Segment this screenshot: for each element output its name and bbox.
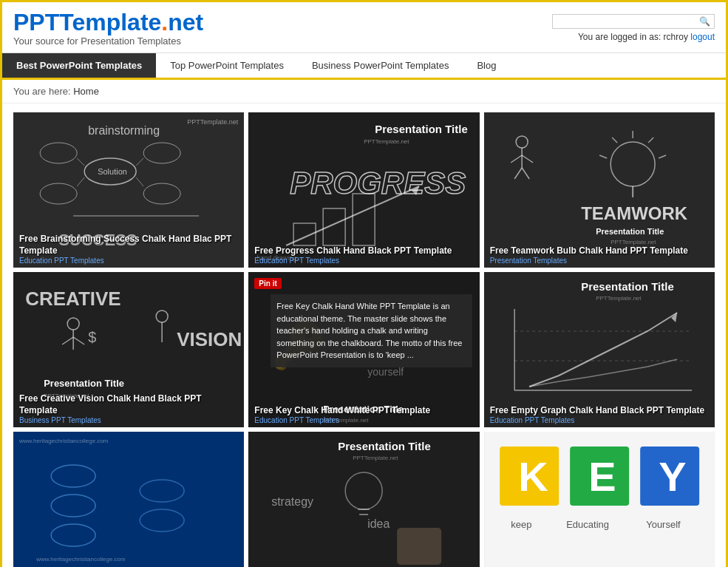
pinterest-tooltip: Free Key Chalk Hand White PPT Template i… <box>271 294 472 367</box>
svg-text:K: K <box>518 453 548 500</box>
card-6-title: Free Empty Graph Chalk Hand Black PPT Te… <box>490 405 709 417</box>
search-box[interactable]: 🔍 <box>552 14 715 29</box>
card-4-category: Business PPT Templates <box>19 416 238 424</box>
breadcrumb-home: Home <box>73 86 99 97</box>
card-4[interactable]: CREATIVE $ VISION Presentation Title PPT… <box>13 272 244 427</box>
svg-text:$: $ <box>88 329 96 345</box>
svg-text:Y: Y <box>659 453 686 500</box>
svg-text:PPTTemplate.net: PPTTemplate.net <box>596 295 642 302</box>
card-5-title: Free Key Chalk Hand White PPT Template <box>254 405 473 417</box>
card-3-title: Free Teamwork Bulb Chalk Hand PPT Templa… <box>490 245 709 257</box>
card-7-watermark: www.heritagechristiancollege.com <box>19 438 238 557</box>
header-right: 🔍 You are logged in as: rchroy logout <box>552 14 715 42</box>
card-4-overlay: Free Creative Vision Chalk Hand Black PP… <box>13 389 244 427</box>
card-6-category: Education PPT Templates <box>490 416 709 424</box>
card-2-title: Free Progress Chalk Hand Black PPT Templ… <box>254 245 473 257</box>
svg-text:PROGRESS: PROGRESS <box>290 166 466 200</box>
svg-text:PPTTemplate.net: PPTTemplate.net <box>353 455 398 461</box>
svg-text:strategy: strategy <box>271 495 313 508</box>
card-1-watermark: PPTTemplate.net <box>187 118 238 126</box>
nav-business[interactable]: Business PowerPoint Templates <box>298 53 463 78</box>
svg-text:CREATIVE: CREATIVE <box>25 288 121 310</box>
card-6-overlay: Free Empty Graph Chalk Hand Black PPT Te… <box>484 401 715 428</box>
logo-net: net <box>168 9 203 35</box>
card-1-title: Free Brainstorming Success Chalk Hand Bl… <box>19 234 238 257</box>
svg-text:brainstorming: brainstorming <box>88 124 160 137</box>
card-3[interactable]: TEAMWORK Presentation Title PPTTemplate.… <box>484 112 715 268</box>
svg-text:Educating: Educating <box>566 519 609 530</box>
card-2-category: Education PPT Templates <box>254 257 473 265</box>
nav-best[interactable]: Best PowerPoint Templates <box>2 53 156 78</box>
card-1[interactable]: brainstorming Solution SUCCESS PPTTempla… <box>13 112 244 268</box>
card-7[interactable]: www.heritagechristiancollege.com www.her… <box>13 432 244 567</box>
logo[interactable]: PPTTemplate.net <box>13 10 203 35</box>
card-1-category: Education PPT Templates <box>19 257 238 265</box>
logo-subtitle: Your source for Presentation Templates <box>13 35 203 47</box>
card-5-overlay: Free Key Chalk Hand White PPT Template E… <box>248 401 479 428</box>
template-grid: brainstorming Solution SUCCESS PPTTempla… <box>2 103 726 567</box>
svg-text:Presentation Title: Presentation Title <box>581 280 674 293</box>
nav: Best PowerPoint Templates Top PowerPoint… <box>2 53 726 80</box>
svg-text:Presentation Title: Presentation Title <box>375 123 468 135</box>
svg-text:keep: keep <box>511 519 531 530</box>
pinterest-button[interactable]: Pin it <box>254 278 281 289</box>
card-9[interactable]: K E Y keep Educating Yourself <box>484 432 715 567</box>
logo-dot: . <box>161 9 168 35</box>
logo-ppt: PPT <box>13 9 59 35</box>
card-5-category: Education PPT Templates <box>254 416 473 424</box>
nav-top[interactable]: Top PowerPoint Templates <box>156 53 298 78</box>
card-2-overlay: Free Progress Chalk Hand Black PPT Templ… <box>248 241 479 268</box>
card-3-overlay: Free Teamwork Bulb Chalk Hand PPT Templa… <box>484 241 715 268</box>
card-8[interactable]: Presentation Title PPTTemplate.net strat… <box>248 432 479 567</box>
logout-link[interactable]: logout <box>690 32 715 42</box>
card-2[interactable]: Presentation Title PPTTemplate.net PROGR… <box>248 112 479 268</box>
header: PPTTemplate.net Your source for Presenta… <box>2 2 726 53</box>
svg-text:Solution: Solution <box>98 167 127 176</box>
search-input[interactable] <box>557 16 699 27</box>
breadcrumb-prefix: You are here: <box>13 86 71 97</box>
svg-text:VISION: VISION <box>177 328 242 350</box>
svg-text:Presentation Title: Presentation Title <box>338 440 431 452</box>
tooltip-text: Free Key Chalk Hand White PPT Template i… <box>276 302 462 359</box>
logo-template: Template <box>59 9 161 35</box>
card-4-title: Free Creative Vision Chalk Hand Black PP… <box>19 393 238 416</box>
svg-rect-81 <box>397 528 441 565</box>
svg-text:PPTTemplate.net: PPTTemplate.net <box>364 138 409 145</box>
card-3-category: Presentation Templates <box>490 257 709 265</box>
svg-text:idea: idea <box>367 517 389 530</box>
card-6[interactable]: Presentation Title PPTTemplate.net Free … <box>484 272 715 427</box>
card-1-overlay: Free Brainstorming Success Chalk Hand Bl… <box>13 229 244 268</box>
svg-text:E: E <box>588 453 616 500</box>
nav-blog[interactable]: Blog <box>463 53 510 78</box>
search-icon[interactable]: 🔍 <box>699 16 710 27</box>
svg-text:Yourself: Yourself <box>646 519 681 530</box>
svg-text:TEAMWORK: TEAMWORK <box>581 203 688 223</box>
breadcrumb: You are here: Home <box>2 80 726 103</box>
login-text: You are logged in as: rchroy <box>578 32 688 42</box>
login-info: You are logged in as: rchroy logout <box>578 32 715 42</box>
svg-text:Presentation Title: Presentation Title <box>596 227 664 236</box>
svg-text:Presentation Title: Presentation Title <box>44 378 124 389</box>
logo-area: PPTTemplate.net Your source for Presenta… <box>13 10 203 47</box>
svg-text:yourself: yourself <box>367 366 404 378</box>
card-5[interactable]: 🔑 Presentation Title PPTTemplate.net you… <box>248 272 479 427</box>
